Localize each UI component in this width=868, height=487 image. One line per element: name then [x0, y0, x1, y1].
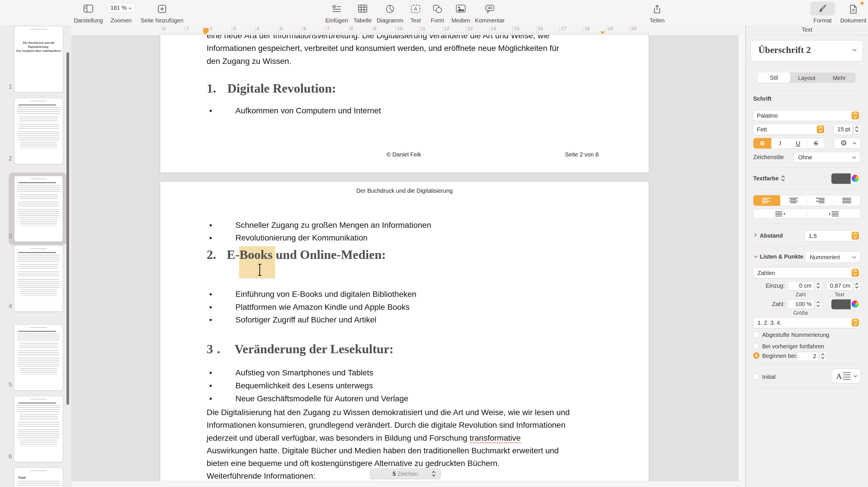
bold-label: B	[753, 140, 771, 147]
start-at-radio[interactable]	[753, 352, 760, 359]
add-page-button[interactable]: Seite hinzufügen	[139, 2, 185, 24]
continue-previous-label: Bei vorheriger fortfahren	[762, 343, 824, 350]
font-weight-select[interactable]: Fett	[753, 124, 826, 135]
strikethrough-button[interactable]: S	[807, 140, 825, 147]
format-button[interactable]: Format	[810, 2, 835, 24]
list-type-select[interactable]: Zahlen	[753, 267, 861, 279]
paragraph-style-dropdown[interactable]: Überschrift 2	[751, 40, 863, 62]
font-family-select[interactable]: Palatino	[753, 110, 861, 121]
font-size-stepper[interactable]	[854, 125, 861, 134]
ruler-number: 18	[583, 26, 590, 32]
view-button[interactable]: Darstellung	[71, 2, 105, 24]
document-scroll-area[interactable]: eine neue Ära der Informationsverbreitun…	[71, 35, 739, 481]
font-weight-value: Fett	[757, 126, 767, 133]
zoom-control[interactable]: 181 % Zoomen	[104, 2, 138, 24]
align-center-button[interactable]	[780, 195, 807, 206]
number-indent-stepper[interactable]	[815, 281, 822, 291]
list-type-stepper[interactable]	[851, 269, 859, 277]
font-size-field[interactable]: 15 pt	[834, 124, 853, 135]
document-page-3[interactable]: Der Buchdruck und die Digitalisierung • …	[160, 182, 649, 481]
font-family-stepper[interactable]	[851, 111, 859, 119]
tab-layout[interactable]: Layout	[790, 75, 823, 82]
page-thumbnail-7[interactable]: Fazit	[14, 468, 63, 487]
bullet-item: Einführung von E-Books und digitalen Bib…	[236, 290, 416, 299]
page-thumbnail-4[interactable]	[14, 246, 63, 312]
paintbrush-icon	[818, 4, 827, 13]
thumbnail-page-number: 6	[2, 453, 12, 460]
document-button[interactable]: Dokument	[837, 2, 868, 24]
color-wheel-icon[interactable]	[851, 174, 859, 182]
number-color-well[interactable]	[831, 299, 860, 310]
tiered-numbering-checkbox[interactable]	[753, 331, 760, 338]
number-format-select[interactable]: 1. 2. 3. 4.	[753, 317, 861, 328]
disclosure-chevron-right-icon[interactable]	[754, 233, 757, 237]
bold-button[interactable]: B	[753, 138, 771, 149]
tab-stil[interactable]: Stil	[757, 72, 790, 83]
selection-count-popup[interactable]: 5 Zeichen	[370, 468, 441, 479]
sidebar-scrollbar[interactable]	[66, 52, 69, 405]
color-wheel-icon[interactable]	[851, 300, 859, 308]
page-thumbnail-6[interactable]	[14, 396, 63, 462]
popup-stepper[interactable]	[432, 470, 436, 480]
share-button[interactable]: Teilen	[640, 2, 674, 24]
drop-cap-style-button[interactable]: A	[832, 369, 861, 383]
page-thumbnail-3[interactable]	[14, 176, 63, 241]
toolbar: Darstellung 181 % Zoomen Seite hinzufüge…	[0, 0, 868, 25]
number-indent-field[interactable]: 0 cm	[788, 281, 814, 291]
line-spacing-stepper[interactable]	[851, 232, 859, 239]
ruler-number: 1	[185, 26, 189, 32]
text-color-well[interactable]	[831, 173, 860, 184]
page-thumbnail-5[interactable]	[14, 325, 63, 390]
justify-button[interactable]	[834, 195, 860, 206]
thumbnail-heading-bar	[19, 104, 56, 105]
continue-previous-radio[interactable]	[753, 343, 760, 349]
number-format-stepper[interactable]	[851, 318, 859, 326]
comment-button[interactable]: Kommentar	[470, 2, 510, 24]
underline-button[interactable]: U	[789, 140, 807, 147]
paragraph-line-text: jederzeit und überall verfügbar, was bes…	[207, 433, 470, 443]
indent-marker-left[interactable]	[203, 28, 208, 35]
horizontal-scrollbar-track[interactable]	[71, 481, 745, 487]
number-size-stepper[interactable]	[815, 300, 822, 309]
disclosure-chevron-down-icon[interactable]	[753, 255, 758, 258]
thumbnail-text-block	[18, 124, 59, 130]
divider	[753, 224, 858, 224]
character-style-dropdown[interactable]: Ohne	[794, 152, 861, 163]
line-spacing-select[interactable]: 1,5	[804, 230, 861, 241]
initial-checkbox[interactable]	[753, 374, 760, 380]
tab-mehr[interactable]: Mehr	[823, 75, 856, 82]
align-right-button[interactable]	[807, 195, 834, 206]
ruler-number: 14	[489, 26, 496, 32]
page-thumbnail-1[interactable]: Der Buchdruck und dieDigitalisierung:Ein…	[14, 27, 63, 92]
advanced-text-options-button[interactable]: ⚙	[834, 138, 861, 149]
chevron-down-icon	[852, 156, 856, 159]
list-style-dropdown[interactable]: Nummeriert	[805, 251, 861, 263]
page-thumbnail-2[interactable]	[14, 98, 63, 164]
start-at-field[interactable]: 2	[797, 352, 819, 361]
indent-marker-nib	[203, 28, 208, 32]
indent-button[interactable]	[807, 209, 860, 218]
zoom-value-dropdown[interactable]: 181 %	[107, 3, 135, 13]
document-page-2[interactable]: eine neue Ära der Informationsverbreitun…	[160, 35, 649, 172]
align-left-button[interactable]	[753, 195, 780, 206]
thumbnail-page-number: 1	[2, 83, 12, 90]
heading-2: E-Books und Online-Medien:	[227, 248, 386, 262]
divider	[753, 167, 858, 168]
sidebar-icon	[84, 5, 93, 13]
groesse-sublabel: Größe	[788, 310, 814, 316]
number-size-field[interactable]: 100 %	[788, 300, 814, 309]
heading-number: 2.	[207, 248, 216, 262]
heading-1: Digitale Revolution:	[227, 81, 336, 96]
text-indent-field[interactable]: 0,87 cm	[827, 281, 853, 291]
heading-number: 1.	[207, 81, 216, 96]
start-at-stepper[interactable]	[820, 352, 827, 361]
font-weight-stepper[interactable]	[817, 125, 824, 133]
text-indent-stepper[interactable]	[854, 281, 861, 291]
vertical-scrollbar-track[interactable]	[739, 35, 745, 481]
outdent-button[interactable]	[753, 209, 807, 218]
italic-button[interactable]: I	[771, 140, 789, 147]
indent-marker-right[interactable]	[600, 31, 605, 34]
number-size-value: 100 %	[788, 300, 814, 308]
ruler-number: 13	[466, 26, 473, 32]
indent-marker-tip	[203, 32, 208, 35]
